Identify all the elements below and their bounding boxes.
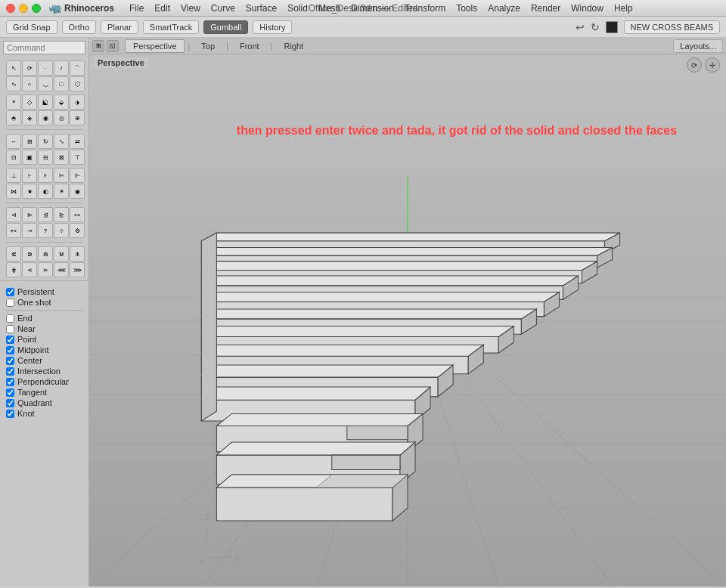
surface-tool[interactable]: ◇ [22, 94, 37, 110]
ortho-button[interactable]: Ortho [62, 20, 97, 34]
tab-right[interactable]: Right [276, 39, 312, 53]
extrude-tool[interactable]: ⬕ [38, 94, 53, 110]
material-btn[interactable]: ◐ [38, 184, 53, 199]
lasso-tool[interactable]: ⟳ [22, 60, 37, 76]
copy-tool[interactable]: ⊞ [22, 134, 37, 149]
explode-tool[interactable]: ⊤ [70, 150, 85, 165]
menu-analyze[interactable]: Analyze [488, 3, 520, 14]
mesh-tool[interactable]: ⋈ [6, 184, 21, 199]
orbit-button[interactable]: ⟳ [687, 57, 702, 73]
render-btn[interactable]: ★ [22, 184, 37, 199]
sweep-tool[interactable]: ⬘ [6, 110, 21, 125]
polygon-tool[interactable]: ⬡ [70, 76, 85, 91]
tab-top[interactable]: Top [193, 39, 223, 53]
osnap-item-persistent[interactable]: Persistent [6, 287, 82, 296]
select-tool[interactable]: ↖ [6, 60, 21, 76]
display-btn[interactable]: ⊴ [38, 207, 53, 222]
camera-btn[interactable]: ◉ [70, 184, 85, 199]
osnap-item-perpendicular[interactable]: Perpendicular [6, 377, 82, 386]
line-tool[interactable]: / [54, 60, 69, 76]
boolean-int[interactable]: ⊩ [70, 168, 85, 183]
zebra-btn[interactable]: ⋓ [54, 246, 69, 262]
light-btn[interactable]: ☀ [54, 184, 69, 199]
edge-btn[interactable]: ⋕ [6, 262, 21, 277]
rotate-tool[interactable]: ↻ [38, 134, 53, 149]
freeform-tool[interactable]: ⌖ [6, 94, 21, 110]
move-tool[interactable]: ↔ [6, 134, 21, 149]
grasshopper-btn[interactable]: ⊸ [22, 223, 37, 238]
patch-tool[interactable]: ◈ [22, 110, 37, 125]
perspective-viewport[interactable]: Perspective ⟳ ✛ then pressed enter twice… [89, 54, 726, 586]
layer-btn[interactable]: ⊲ [6, 207, 21, 222]
curve-tool[interactable]: ∿ [6, 76, 21, 91]
osnap-checkbox-end[interactable] [6, 314, 14, 323]
osnap-item-point[interactable]: Point [6, 335, 82, 344]
revolve-tool[interactable]: ⬙ [54, 94, 69, 110]
osnap-item-tangent[interactable]: Tangent [6, 388, 82, 397]
maximize-button[interactable] [32, 4, 41, 13]
menu-view[interactable]: View [181, 3, 200, 14]
osnap-item-midpoint[interactable]: Midpoint [6, 345, 82, 354]
osnap-checkbox-center[interactable] [6, 357, 14, 365]
group-tool[interactable]: ▣ [22, 150, 37, 165]
help-btn[interactable]: ? [38, 223, 53, 238]
menu-file[interactable]: File [129, 3, 144, 14]
direction-btn[interactable]: ⋖ [22, 262, 37, 277]
menu-edit[interactable]: Edit [154, 3, 170, 14]
osnap-checkbox-midpoint[interactable] [6, 346, 14, 354]
menu-curve[interactable]: Curve [211, 3, 235, 14]
menu-solid[interactable]: Solid [287, 3, 308, 14]
mirror-tool[interactable]: ⇌ [70, 134, 85, 149]
gumball-button[interactable]: Gumball [203, 20, 248, 34]
command-input[interactable] [3, 41, 85, 54]
osnap-item-end[interactable]: End [6, 314, 82, 323]
scale-tool[interactable]: ⤡ [54, 134, 69, 149]
osnap-item-one-shot[interactable]: One shot [6, 298, 82, 307]
osnap-item-near[interactable]: Near [6, 324, 82, 333]
chamfer-tool[interactable]: ⊦ [22, 168, 37, 183]
osnap-checkbox-knot[interactable] [6, 410, 14, 418]
volume-btn[interactable]: ⋙ [70, 262, 85, 277]
loft-tool[interactable]: ⬗ [70, 94, 85, 110]
history-button[interactable]: History [253, 20, 292, 34]
menu-help[interactable]: Help [614, 3, 633, 14]
undo-icon[interactable]: ↩ [576, 21, 585, 33]
pan-button[interactable]: ✛ [705, 57, 720, 73]
osnap-item-center[interactable]: Center [6, 356, 82, 365]
viewport-grid-icon[interactable]: ⊞ [92, 40, 104, 52]
osnap-checkbox-intersection[interactable] [6, 367, 14, 376]
settings-btn[interactable]: ⚙ [70, 223, 85, 238]
menu-render[interactable]: Render [531, 3, 560, 14]
join-tool[interactable]: ⊟ [38, 150, 53, 165]
macro-btn[interactable]: ⊷ [6, 223, 21, 238]
snap-btn[interactable]: ⊹ [54, 223, 69, 238]
polyline-tool[interactable]: ⌒ [70, 60, 85, 76]
properties-btn[interactable]: ⊳ [22, 207, 37, 222]
layouts-button[interactable]: Layouts... [673, 39, 723, 53]
boolean-diff[interactable]: ⊨ [54, 168, 69, 183]
osnap-checkbox-near[interactable] [6, 325, 14, 333]
trim-tool[interactable]: ⊕ [70, 110, 85, 125]
array-tool[interactable]: ⊡ [6, 150, 21, 165]
distance-btn[interactable]: ⋗ [38, 262, 53, 277]
osnap-item-quadrant[interactable]: Quadrant [6, 398, 82, 407]
circle-tool[interactable]: ○ [22, 76, 37, 91]
history-panel-btn[interactable]: ⊵ [54, 207, 69, 222]
osnap-checkbox-one-shot[interactable] [6, 299, 14, 307]
boolean-union[interactable]: ⊧ [38, 168, 53, 183]
smarttrack-button[interactable]: SmartTrack [143, 20, 199, 34]
tab-front[interactable]: Front [231, 39, 268, 53]
fillet-tool[interactable]: ⊥ [6, 168, 21, 183]
osnap-checkbox-perpendicular[interactable] [6, 378, 14, 386]
blend-tool[interactable]: ◉ [38, 110, 53, 125]
env-btn[interactable]: ⋔ [70, 246, 85, 262]
arc-tool[interactable]: ◡ [38, 76, 53, 91]
osnap-checkbox-quadrant[interactable] [6, 399, 14, 407]
viewport-single-icon[interactable]: ◱ [107, 40, 119, 52]
menu-surface[interactable]: Surface [246, 3, 277, 14]
color-swatch[interactable] [606, 21, 618, 33]
close-button[interactable] [6, 4, 15, 13]
curvature-btn[interactable]: ⋑ [22, 246, 37, 262]
split-tool[interactable]: ⊠ [54, 150, 69, 165]
redo-icon[interactable]: ↻ [591, 21, 600, 33]
